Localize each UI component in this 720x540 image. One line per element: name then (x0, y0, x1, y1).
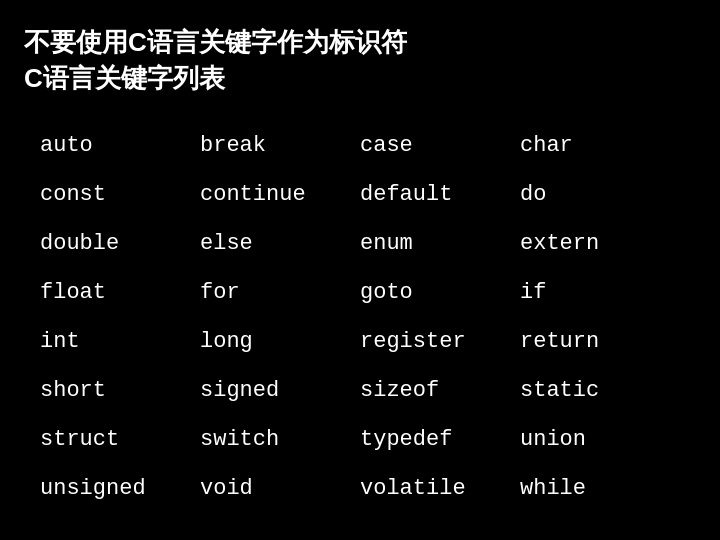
table-row: unsignedvoidvolatilewhile (40, 464, 680, 513)
keyword-cell: auto (40, 125, 200, 166)
title-line1: 不要使用C语言关键字作为标识符 (24, 24, 696, 60)
keyword-cell: enum (360, 223, 520, 264)
table-row: structswitchtypedefunion (40, 415, 680, 464)
table-row: doubleelseenumextern (40, 219, 680, 268)
keyword-cell: volatile (360, 468, 520, 509)
keyword-cell: long (200, 321, 360, 362)
keyword-cell: const (40, 174, 200, 215)
keyword-cell: for (200, 272, 360, 313)
keyword-cell: short (40, 370, 200, 411)
table-row: intlongregisterreturn (40, 317, 680, 366)
keyword-cell: if (520, 272, 680, 313)
keyword-cell: do (520, 174, 680, 215)
table-row: autobreakcasechar (40, 121, 680, 170)
table-row: constcontinuedefaultdo (40, 170, 680, 219)
table-row: shortsignedsizeofstatic (40, 366, 680, 415)
page-title: 不要使用C语言关键字作为标识符 C语言关键字列表 (0, 0, 720, 113)
keyword-cell: return (520, 321, 680, 362)
keyword-cell: goto (360, 272, 520, 313)
keyword-cell: switch (200, 419, 360, 460)
keyword-cell: break (200, 125, 360, 166)
keyword-cell: double (40, 223, 200, 264)
keyword-cell: void (200, 468, 360, 509)
keyword-cell: struct (40, 419, 200, 460)
title-line2: C语言关键字列表 (24, 60, 696, 96)
keyword-cell: else (200, 223, 360, 264)
keyword-cell: int (40, 321, 200, 362)
keyword-cell: unsigned (40, 468, 200, 509)
keyword-cell: float (40, 272, 200, 313)
keyword-cell: sizeof (360, 370, 520, 411)
keyword-cell: char (520, 125, 680, 166)
table-row: floatforgotoif (40, 268, 680, 317)
keyword-cell: register (360, 321, 520, 362)
keyword-cell: case (360, 125, 520, 166)
keyword-cell: default (360, 174, 520, 215)
keyword-table: autobreakcasecharconstcontinuedefaultdod… (0, 113, 720, 521)
keyword-cell: continue (200, 174, 360, 215)
keyword-cell: signed (200, 370, 360, 411)
keyword-cell: typedef (360, 419, 520, 460)
keyword-cell: union (520, 419, 680, 460)
keyword-cell: while (520, 468, 680, 509)
keyword-cell: static (520, 370, 680, 411)
keyword-cell: extern (520, 223, 680, 264)
